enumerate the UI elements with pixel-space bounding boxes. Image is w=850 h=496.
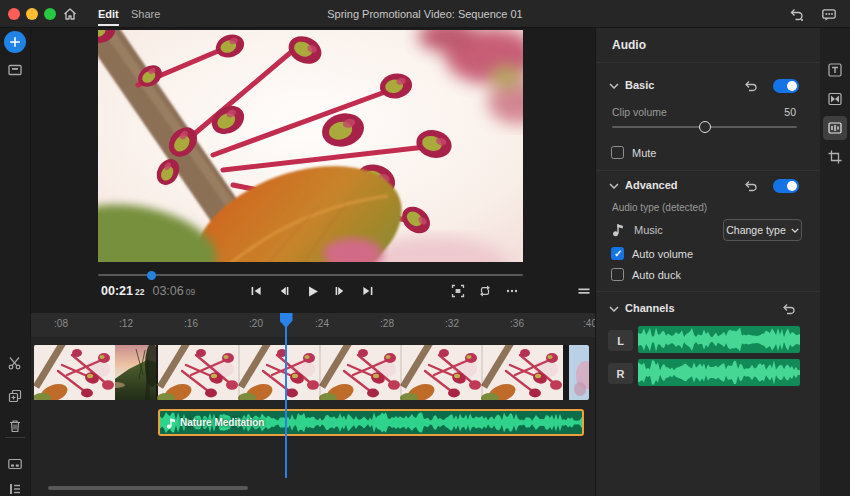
ruler-tick: :12 bbox=[111, 318, 141, 329]
mute-label: Mute bbox=[632, 147, 656, 159]
basic-reset-button[interactable] bbox=[743, 78, 759, 94]
channels-section-label: Channels bbox=[625, 302, 675, 314]
auto-volume-label: Auto volume bbox=[632, 248, 693, 260]
chevron-down-icon bbox=[609, 306, 619, 312]
ruler-tick: :20 bbox=[241, 318, 271, 329]
track-options-icon bbox=[7, 456, 23, 472]
playhead-line[interactable] bbox=[285, 326, 287, 478]
home-button[interactable] bbox=[62, 6, 78, 22]
window-minimize-button[interactable] bbox=[26, 8, 38, 20]
auto-duck-checkbox[interactable] bbox=[611, 268, 624, 281]
go-to-start-button[interactable] bbox=[244, 279, 268, 303]
video-preview-frame bbox=[98, 30, 523, 262]
panel-divider bbox=[596, 62, 821, 63]
track-list-button[interactable] bbox=[7, 481, 23, 496]
titles-panel-button[interactable] bbox=[827, 62, 843, 78]
more-options-button[interactable] bbox=[500, 279, 524, 303]
play-button[interactable] bbox=[300, 279, 324, 303]
advanced-section-header[interactable]: Advanced bbox=[596, 174, 821, 198]
right-waveform-svg bbox=[638, 359, 800, 386]
ruler-tick: :08 bbox=[46, 318, 76, 329]
tab-edit[interactable]: Edit bbox=[98, 0, 119, 28]
frame-back-button[interactable] bbox=[272, 279, 296, 303]
channels-section-header[interactable]: Channels bbox=[596, 297, 821, 321]
media-bin-button[interactable] bbox=[7, 62, 23, 78]
audio-panel-icon bbox=[827, 120, 843, 136]
frame-forward-button[interactable] bbox=[328, 279, 352, 303]
auto-volume-checkbox[interactable] bbox=[611, 247, 624, 260]
advanced-reset-button[interactable] bbox=[743, 178, 759, 194]
fullscreen-icon bbox=[451, 284, 465, 298]
duration-frames: 09 bbox=[186, 287, 195, 297]
current-frames: 22 bbox=[135, 287, 144, 297]
crop-transform-panel-button[interactable] bbox=[827, 149, 843, 165]
channel-right-button[interactable]: R bbox=[608, 363, 633, 384]
media-bin-icon bbox=[7, 62, 23, 78]
chevron-down-icon bbox=[609, 183, 619, 189]
reset-icon bbox=[781, 301, 797, 317]
channel-left-button[interactable]: L bbox=[608, 330, 633, 351]
channel-right-label: R bbox=[617, 368, 625, 380]
window-close-button[interactable] bbox=[8, 8, 20, 20]
preview-and-timeline: 00:212203:0609 :08 bbox=[30, 28, 595, 496]
music-note-icon bbox=[166, 417, 176, 429]
ruler-tick: :16 bbox=[176, 318, 206, 329]
video-clip-sky[interactable] bbox=[569, 345, 589, 400]
change-type-dropdown[interactable]: Change type bbox=[723, 219, 802, 241]
audio-panel-button[interactable] bbox=[827, 120, 843, 136]
advanced-toggle[interactable] bbox=[773, 179, 799, 193]
loop-button[interactable] bbox=[473, 279, 497, 303]
mute-checkbox[interactable] bbox=[611, 146, 624, 159]
undo-icon bbox=[789, 7, 805, 23]
reset-icon bbox=[743, 178, 759, 194]
delete-clip-button[interactable] bbox=[7, 418, 23, 434]
window-zoom-button[interactable] bbox=[44, 8, 56, 20]
tab-share[interactable]: Share bbox=[131, 0, 160, 28]
transitions-panel-button[interactable] bbox=[827, 91, 843, 107]
scrubber-track[interactable] bbox=[98, 274, 523, 276]
timeline-scrollbar[interactable] bbox=[48, 486, 248, 490]
frame-forward-icon bbox=[333, 284, 347, 298]
home-icon bbox=[62, 6, 78, 22]
audio-panel-title: Audio bbox=[612, 38, 646, 52]
timeline-menu-button[interactable] bbox=[572, 279, 595, 303]
timeline-ruler[interactable]: :08 :12 :16 :20 :24 :28 :32 :36 :40 bbox=[31, 313, 595, 337]
basic-section-header[interactable]: Basic bbox=[596, 74, 821, 98]
reset-icon bbox=[743, 78, 759, 94]
titles-icon bbox=[827, 62, 843, 78]
channel-right-waveform bbox=[638, 359, 800, 386]
duplicate-icon bbox=[7, 388, 23, 404]
video-track[interactable] bbox=[34, 345, 589, 400]
left-toolbar bbox=[0, 28, 30, 496]
fullscreen-button[interactable] bbox=[446, 279, 470, 303]
timeline-menu-icon bbox=[577, 284, 591, 298]
go-to-end-button[interactable] bbox=[356, 279, 380, 303]
duration-time: 03:06 bbox=[152, 284, 183, 298]
feedback-button[interactable] bbox=[821, 7, 837, 23]
current-time: 00:21 bbox=[101, 284, 133, 298]
left-waveform-svg bbox=[638, 326, 800, 353]
audio-clip-nature-meditation[interactable]: Nature Meditation bbox=[158, 409, 584, 436]
music-type-icon bbox=[612, 222, 624, 237]
track-options-button[interactable] bbox=[7, 456, 23, 472]
trash-icon bbox=[7, 418, 23, 434]
crop-icon bbox=[827, 149, 843, 165]
video-clip-flowers[interactable] bbox=[34, 345, 563, 400]
add-media-button[interactable] bbox=[4, 31, 26, 53]
clip-volume-slider-handle[interactable] bbox=[699, 121, 711, 133]
timecode-display: 00:212203:0609 bbox=[101, 279, 195, 303]
channels-reset-button[interactable] bbox=[781, 301, 797, 317]
premiere-rush-window: Edit Share Spring Promotional Video: Seq… bbox=[0, 0, 850, 496]
duplicate-clip-button[interactable] bbox=[7, 388, 23, 404]
undo-button[interactable] bbox=[789, 7, 805, 23]
ruler-tick: :36 bbox=[502, 318, 532, 329]
play-icon bbox=[305, 284, 320, 299]
toolbar-divider bbox=[5, 437, 25, 438]
track-list-icon bbox=[7, 481, 23, 496]
ruler-tick: :32 bbox=[437, 318, 467, 329]
basic-toggle[interactable] bbox=[773, 79, 799, 93]
chevron-down-icon bbox=[609, 83, 619, 89]
tab-edit-label: Edit bbox=[98, 8, 119, 20]
preview-scrubber[interactable] bbox=[98, 271, 523, 279]
split-clip-button[interactable] bbox=[7, 355, 23, 371]
